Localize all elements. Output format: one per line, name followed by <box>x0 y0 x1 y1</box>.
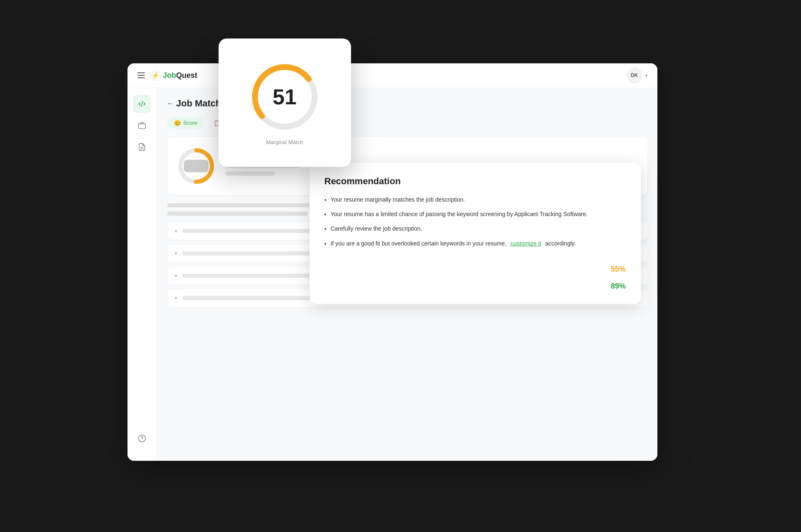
rec-item-3: Carefully review the job description. <box>325 224 626 234</box>
rec-item-1-text: Your resume marginally matches the job d… <box>330 195 465 204</box>
big-donut: 51 <box>248 60 322 134</box>
svg-rect-0 <box>139 123 146 128</box>
percentage-55: 55% <box>611 265 625 274</box>
recommendation-panel: Recommendation Your resume marginally ma… <box>310 163 641 304</box>
logo: ⚡ JobQuest <box>150 70 197 81</box>
score-line-3 <box>225 171 275 176</box>
rec-item-4-suffix: accordingly. <box>545 239 576 248</box>
logo-text-colored: Job <box>163 71 176 79</box>
chevron-icon-1: ▾ <box>175 228 177 234</box>
rec-item-2: Your resume has a limited chance of pass… <box>325 209 626 219</box>
menu-icon[interactable] <box>137 72 145 78</box>
chevron-icon-3: ▾ <box>175 273 177 279</box>
tab-score[interactable]: 😊 Score <box>167 117 204 129</box>
sidebar-item-jobs[interactable] <box>133 116 151 135</box>
sidebar-item-documents[interactable] <box>133 138 151 156</box>
sidebar <box>127 88 157 461</box>
header: ⚡ JobQuest DK ▾ <box>127 63 657 88</box>
recommendation-list: Your resume marginally matches the job d… <box>325 195 626 249</box>
big-donut-label: 51 <box>273 86 297 108</box>
floating-score-card: 51 Marginal Match <box>219 39 351 167</box>
score-tab-label: Score <box>183 120 197 126</box>
recommendation-title: Recommendation <box>325 176 626 187</box>
percentage-89: 89% <box>611 282 625 291</box>
small-donut <box>176 145 217 187</box>
sidebar-item-help[interactable] <box>133 429 151 448</box>
chevron-icon-4: ▾ <box>175 295 177 301</box>
small-donut-label <box>184 160 209 172</box>
rec-item-3-text: Carefully review the job description. <box>330 224 422 233</box>
big-score-number: 51 <box>273 86 297 108</box>
logo-text: JobQuest <box>163 71 197 80</box>
logo-icon: ⚡ <box>150 70 161 81</box>
chevron-icon-2: ▾ <box>175 250 177 256</box>
score-tab-icon: 😊 <box>174 120 181 126</box>
customize-link[interactable]: customize it <box>510 239 541 248</box>
rec-item-2-text: Your resume has a limited chance of pass… <box>330 209 587 219</box>
content-line-1 <box>167 203 325 207</box>
back-arrow-icon: ← <box>167 100 174 107</box>
donut-placeholder <box>184 160 209 172</box>
rec-item-4-prefix: If you are a good fit but overlooked cer… <box>330 239 506 248</box>
sidebar-item-matches[interactable] <box>133 95 151 113</box>
content-line-2 <box>167 212 308 216</box>
sidebar-bottom <box>133 429 151 454</box>
header-left: ⚡ JobQuest <box>137 70 197 81</box>
avatar-dropdown-arrow[interactable]: ▾ <box>645 73 647 78</box>
rec-item-4: If you are a good fit but overlooked cer… <box>325 239 626 248</box>
rec-item-1: Your resume marginally matches the job d… <box>325 195 626 205</box>
header-right: DK ▾ <box>627 68 647 83</box>
user-avatar[interactable]: DK <box>627 68 642 83</box>
